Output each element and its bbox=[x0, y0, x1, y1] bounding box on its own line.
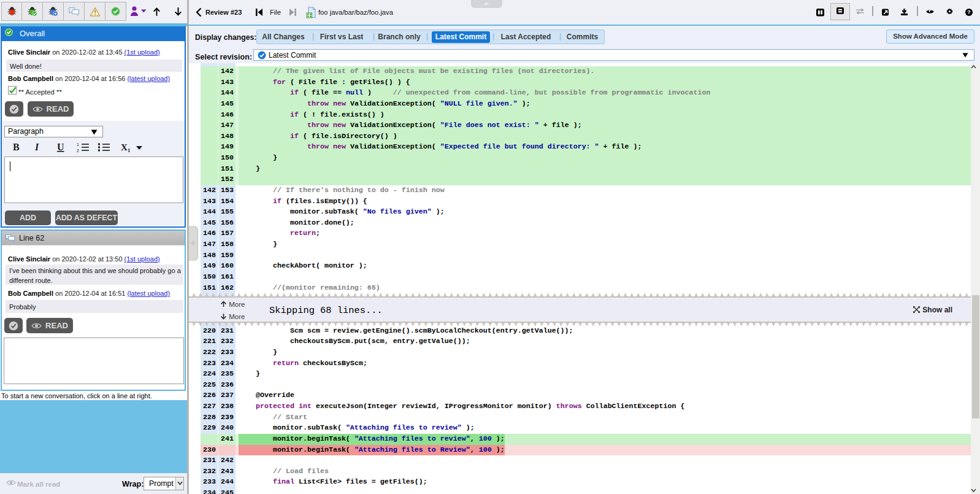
svg-text:I: I bbox=[34, 142, 39, 152]
svg-text:B: B bbox=[13, 142, 20, 152]
svg-text:X: X bbox=[121, 142, 128, 152]
svg-text:U: U bbox=[57, 142, 64, 152]
svg-text:2: 2 bbox=[77, 149, 79, 153]
svg-text:?: ? bbox=[967, 9, 971, 15]
svg-text:1: 1 bbox=[77, 142, 79, 147]
svg-text:1: 1 bbox=[128, 147, 131, 153]
